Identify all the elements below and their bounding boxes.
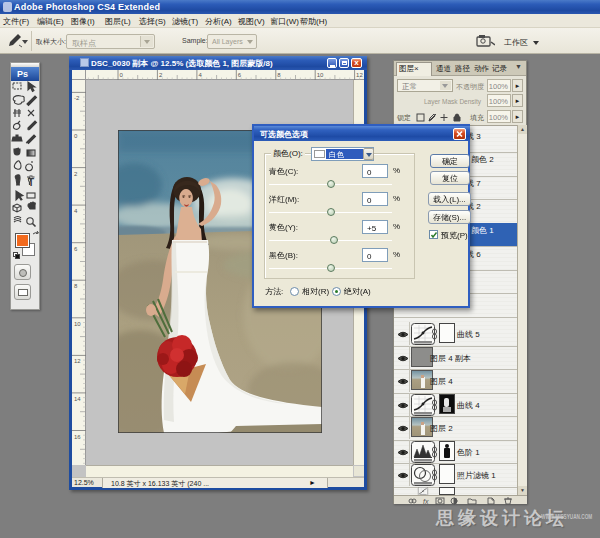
svg-text:10: 10 <box>317 72 324 78</box>
svg-text:16: 16 <box>74 434 81 440</box>
svg-text:T: T <box>28 177 34 188</box>
svg-text:-2: -2 <box>74 95 80 101</box>
svg-text:12: 12 <box>74 358 81 364</box>
svg-text:12: 12 <box>356 72 363 78</box>
svg-text:fx: fx <box>423 498 429 505</box>
svg-text:14: 14 <box>74 396 81 402</box>
svg-text:10: 10 <box>74 321 81 327</box>
